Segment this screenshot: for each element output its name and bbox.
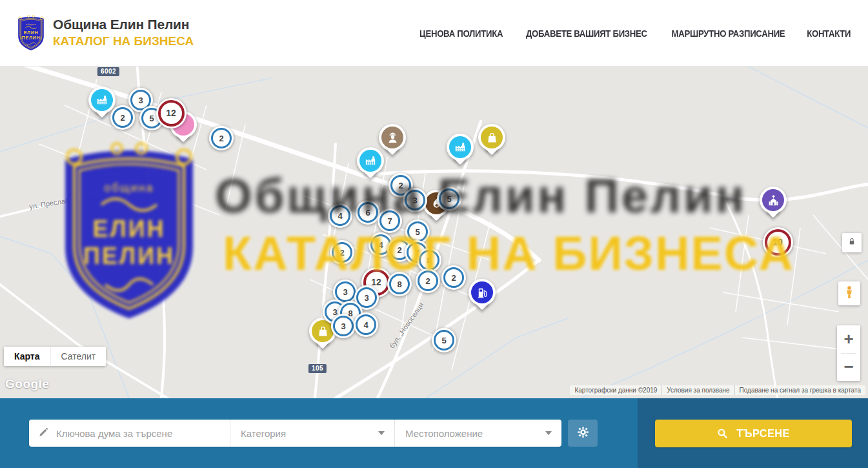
cluster-count: 5 [441, 336, 446, 345]
cluster-count: 2 [120, 113, 125, 123]
location-select-value: Местоположение [405, 428, 483, 439]
location-select[interactable]: Местоположение [395, 420, 561, 447]
cluster-marker[interactable]: 6 [356, 200, 380, 225]
site-title: Община Елин Пелин [53, 17, 194, 32]
cluster-count: 4 [363, 320, 368, 330]
search-fields-group: Категория Местоположение [29, 420, 561, 447]
cluster-count: 2 [339, 248, 344, 258]
cluster-marker[interactable]: 2 [330, 240, 354, 265]
search-submit-label: ТЪРСЕНЕ [736, 427, 789, 440]
cluster-marker[interactable]: 2 [209, 126, 234, 150]
cluster-count: 7 [387, 216, 392, 226]
zoom-control: + − [837, 325, 860, 381]
cluster-marker[interactable]: 4 [354, 312, 378, 337]
cluster-count: 12 [371, 277, 381, 287]
attribution-report-link[interactable]: Подаване на сигнал за грешка в картата [734, 385, 865, 395]
cluster-count: 2 [398, 181, 403, 190]
chevron-down-icon [545, 431, 552, 435]
street-view-pegman-button[interactable] [838, 281, 860, 305]
nav-item-2[interactable]: ДОБАВЕТЕ ВАШИЯТ БИЗНЕС [526, 28, 647, 39]
cluster-marker[interactable]: 5 [437, 187, 461, 211]
keyword-input[interactable] [56, 428, 221, 439]
cluster-count: 2 [425, 276, 430, 286]
cluster-marker[interactable]: 2 [110, 105, 135, 130]
cluster-marker[interactable]: 2 [441, 265, 466, 290]
cluster-count: 3 [412, 196, 417, 205]
main-nav: ЦЕНОВА ПОЛИТИКАДОБАВЕТЕ ВАШИЯТ БИЗНЕСМАР… [417, 0, 852, 66]
cluster-marker[interactable]: 4 [328, 203, 352, 228]
cluster-count: 2 [451, 273, 456, 283]
cluster-count: 3 [341, 321, 345, 331]
header: община ЕЛИН ПЕЛИН Община Елин Пелин КАТА… [0, 0, 868, 66]
cluster-count: 3 [364, 293, 368, 303]
svg-text:община: община [26, 23, 35, 26]
map-type-map-button[interactable]: Карта [4, 347, 50, 366]
page: община ЕЛИН ПЕЛИН Община Елин Пелин КАТА… [0, 0, 868, 468]
cluster-count: 2 [397, 245, 401, 255]
cluster-marker[interactable]: 5 [432, 328, 456, 352]
cluster-count: 4 [338, 211, 342, 221]
lock-button[interactable] [842, 233, 862, 252]
zoom-out-button[interactable]: − [837, 354, 860, 381]
google-logo[interactable]: Google [5, 377, 49, 391]
gear-icon [576, 425, 590, 441]
cluster-marker[interactable]: 8 [387, 272, 412, 296]
map-attribution: Картографски данни ©2019 Условия за полз… [570, 385, 865, 395]
advanced-settings-button[interactable] [568, 420, 598, 447]
cluster-count: 5 [447, 194, 451, 204]
cluster-count: 3 [332, 307, 337, 317]
attribution-terms-link[interactable]: Условия за ползване [661, 385, 734, 395]
cluster-count: 10 [772, 237, 783, 247]
search-icon [716, 427, 729, 440]
pencil-icon [38, 427, 49, 440]
map-canvas[interactable]: 6002105ул. Преславбул. „Новоселци 325122… [0, 66, 868, 398]
site-subtitle: КАТАЛОГ НА БИЗНЕСА [53, 34, 194, 48]
zoom-in-button[interactable]: + [837, 326, 860, 353]
cluster-count: 6 [365, 208, 370, 218]
cluster-count: 12 [166, 108, 176, 118]
category-select[interactable]: Категория [230, 420, 395, 447]
municipality-emblem-icon: община ЕЛИН ПЕЛИН [16, 14, 46, 51]
search-submit-button[interactable]: ТЪРСЕНЕ [655, 420, 852, 447]
cluster-count: 8 [348, 309, 352, 318]
svg-text:ЕЛИН: ЕЛИН [24, 30, 39, 36]
cluster-count: 8 [427, 256, 431, 265]
cluster-marker[interactable]: 12 [156, 98, 187, 128]
cluster-count: 5 [149, 114, 154, 123]
map-type-control: Карта Сателит [4, 347, 106, 366]
cluster-marker[interactable]: 7 [378, 209, 402, 233]
cluster-count: 3 [138, 96, 143, 105]
nav-item-1[interactable]: ЦЕНОВА ПОЛИТИКА [419, 28, 503, 39]
chevron-down-icon [378, 431, 385, 435]
cluster-count: 8 [397, 280, 401, 289]
clusters-layer: 32512223546754227812822333834510 [0, 66, 868, 398]
cluster-marker[interactable]: 2 [416, 269, 440, 293]
map-type-satellite-button[interactable]: Сателит [50, 347, 106, 366]
search-bar-section: Категория Местоположение ТЪРСЕНЕ [0, 398, 868, 468]
keyword-field[interactable] [29, 420, 230, 447]
svg-text:ПЕЛИН: ПЕЛИН [22, 35, 40, 41]
site-logo[interactable]: община ЕЛИН ПЕЛИН Община Елин Пелин КАТА… [16, 14, 194, 51]
cluster-count: 5 [415, 227, 419, 237]
nav-item-3[interactable]: МАРШРУТНО РАЗПИСАНИЕ [671, 28, 785, 39]
category-select-value: Категория [241, 428, 286, 439]
cluster-count: 3 [343, 287, 347, 297]
cluster-count: 4 [378, 240, 383, 250]
lock-icon [847, 236, 857, 249]
attribution-copyright: Картографски данни ©2019 [570, 385, 661, 395]
cluster-marker[interactable]: 3 [403, 188, 427, 212]
nav-item-4[interactable]: КОНТАКТИ [807, 28, 851, 39]
cluster-marker[interactable]: 10 [763, 227, 793, 258]
pegman-icon [842, 284, 857, 303]
cluster-count: 2 [219, 134, 223, 143]
cluster-count: 7 [414, 248, 419, 258]
